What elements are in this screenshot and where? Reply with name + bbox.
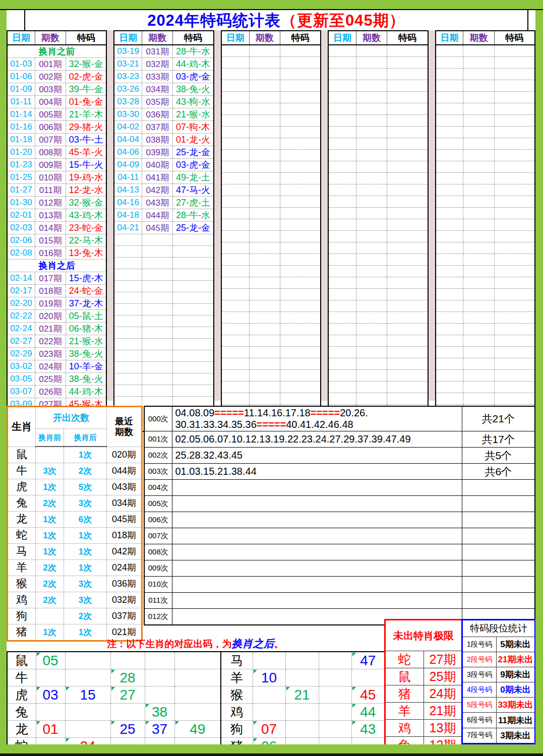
result-date: 01-03	[7, 58, 35, 71]
column-header-date: 日期	[114, 31, 142, 45]
overdue-row: 猪24期	[385, 685, 462, 703]
result-period: 010期	[35, 171, 66, 184]
stats-zodiac: 蛇	[8, 527, 36, 543]
frequency-total	[462, 480, 535, 496]
title-main: 2024年特码统计表	[147, 12, 281, 29]
empty-cell	[249, 45, 280, 57]
empty-cell	[328, 358, 356, 370]
frequency-row: 004次	[144, 480, 535, 496]
result-period: 037期	[142, 121, 173, 134]
empty-cell	[221, 161, 249, 173]
empty-cell	[221, 80, 249, 92]
empty-cell	[387, 242, 428, 254]
empty-cell	[249, 208, 280, 219]
empty-row	[114, 385, 213, 397]
stats-after-count: 1次	[64, 543, 107, 559]
frequency-numbers	[172, 544, 462, 560]
empty-cell	[280, 161, 321, 173]
empty-row	[328, 173, 428, 184]
empty-cell	[280, 393, 321, 405]
empty-cell	[387, 266, 428, 277]
empty-cell	[356, 196, 387, 208]
empty-cell	[463, 335, 494, 347]
empty-cell	[356, 45, 387, 57]
stats-zodiac: 马	[8, 543, 36, 559]
zodiac-code-value: 15	[65, 686, 110, 704]
empty-cell	[280, 289, 321, 300]
result-row: 04-21045期25-龙-金	[114, 222, 213, 234]
empty-cell	[173, 304, 214, 316]
result-row: 04-02037期07-狗-木	[114, 121, 213, 134]
empty-cell	[221, 127, 249, 138]
stats-before-count: 2次	[36, 495, 64, 511]
stats-recent-period: 042期	[107, 543, 142, 559]
empty-cell	[494, 196, 535, 208]
result-row: 04-06039期25-龙-金	[114, 146, 213, 159]
empty-row	[328, 254, 428, 266]
empty-cell	[356, 277, 387, 289]
empty-row	[221, 115, 321, 127]
result-code: 44-鸡-木	[173, 58, 214, 71]
result-row: 换肖之前	[7, 45, 106, 58]
empty-cell	[494, 370, 535, 382]
empty-cell	[114, 292, 142, 304]
stats-recent-period: 024期	[107, 559, 142, 576]
result-period: 005期	[35, 108, 66, 121]
empty-cell	[387, 45, 428, 57]
result-date: 03-23	[114, 71, 142, 83]
frequency-number-segment: 04.08.09	[175, 407, 215, 418]
stats-recent-period: 044期	[107, 463, 142, 479]
empty-cell	[328, 219, 356, 231]
empty-cell	[387, 69, 428, 80]
stats-after-count: 3次	[64, 495, 107, 511]
empty-cell	[436, 347, 463, 358]
result-period: 022期	[35, 335, 66, 348]
column-header-code: 特码	[173, 31, 214, 45]
empty-row	[221, 150, 321, 161]
empty-row	[436, 289, 535, 300]
frequency-numbers: 25.28.32.43.45	[172, 448, 462, 464]
result-row: 01-23009期15-牛-火	[7, 159, 106, 171]
result-row: 01-14005期21-羊-木	[7, 108, 106, 121]
result-date: 04-04	[114, 134, 142, 146]
result-code: 37-龙-木	[66, 297, 106, 310]
empty-row	[436, 219, 535, 231]
empty-cell	[463, 103, 494, 115]
zodiac-code-value: 03	[36, 686, 65, 704]
zodiac-code-empty	[285, 704, 319, 721]
stats-zodiac: 鸡	[8, 592, 36, 608]
empty-cell	[173, 269, 214, 281]
empty-cell	[494, 45, 535, 57]
result-row: 02-01013期43-鸡-木	[7, 209, 106, 222]
empty-cell	[494, 92, 535, 103]
empty-cell	[436, 103, 463, 115]
frequency-number-segment: =====	[257, 419, 286, 430]
empty-cell	[142, 258, 173, 269]
result-date: 04-06	[114, 146, 142, 159]
result-row: 02-20019期37-龙-木	[7, 297, 106, 310]
stats-row: 龙1次6次045期	[8, 511, 142, 527]
stats-recent-period: 032期	[107, 592, 142, 608]
empty-row	[221, 370, 321, 382]
result-row: 01-25010期19-鸡-水	[7, 171, 106, 184]
empty-cell	[280, 103, 321, 115]
empty-row	[436, 231, 535, 242]
zodiac-code-empty	[351, 669, 385, 686]
frequency-label: 012次	[144, 609, 172, 625]
empty-row	[221, 57, 321, 69]
zodiac-code-empty	[36, 704, 65, 721]
frequency-row: 005次	[144, 496, 535, 512]
frequency-numbers	[172, 512, 462, 528]
empty-row	[114, 281, 213, 292]
result-date: 04-16	[114, 197, 142, 209]
zodiac-code-animal: 狗	[221, 721, 253, 738]
empty-cell	[249, 266, 280, 277]
empty-cell	[436, 312, 463, 324]
empty-row	[221, 196, 321, 208]
overdue-header-row: 未出特肖极限	[385, 620, 462, 651]
frequency-row: 007次	[144, 528, 535, 544]
segment-label: 4段号码	[462, 682, 497, 698]
zodiac-code-empty	[253, 686, 285, 704]
empty-cell	[142, 316, 173, 327]
empty-row	[436, 69, 535, 80]
